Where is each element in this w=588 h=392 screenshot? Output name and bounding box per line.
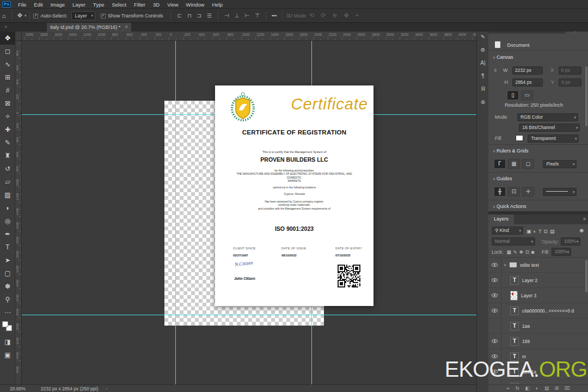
- height-input[interactable]: 2854 px: [512, 78, 543, 87]
- status-chevron-icon[interactable]: ›: [106, 386, 107, 391]
- menu-layer[interactable]: Layer: [69, 2, 89, 8]
- guides-section-header[interactable]: Guides: [493, 176, 588, 181]
- filter-adjustment-layers-icon[interactable]: ◐: [532, 229, 537, 234]
- menu-file[interactable]: File: [14, 2, 30, 8]
- lasso-tool[interactable]: ∿: [0, 58, 15, 71]
- delete-layer-icon[interactable]: ⌧: [565, 385, 570, 392]
- toggle-pixel-grid-icon[interactable]: ◻: [522, 159, 534, 169]
- color-mode-dropdown[interactable]: RGB Color: [517, 113, 578, 121]
- align-left-icon[interactable]: ⊏: [174, 13, 184, 19]
- menu-window[interactable]: Window: [182, 2, 209, 8]
- lock-all-icon[interactable]: ◙: [530, 249, 535, 255]
- crop-tool[interactable]: #: [0, 84, 15, 97]
- rulers-grids-section-header[interactable]: Rulers & Grids: [493, 148, 588, 154]
- menu-type[interactable]: Type: [89, 2, 108, 8]
- menu-view[interactable]: View: [163, 2, 182, 8]
- distribute-bottom-icon[interactable]: ⊥: [232, 13, 242, 19]
- link-dimensions-icon[interactable]: ∞: [493, 69, 498, 72]
- portrait-orientation-icon[interactable]: ▯: [507, 90, 519, 100]
- lock-artboard-icon[interactable]: ⊡: [524, 249, 530, 255]
- gradient-tool[interactable]: ▨: [0, 188, 15, 201]
- move-tool[interactable]: ✥: [0, 32, 15, 45]
- eraser-tool[interactable]: ▱: [0, 175, 15, 188]
- layer-row[interactable]: Tcita000000...<<<<<<<0 d: [488, 303, 588, 318]
- show-transform-controls-checkbox[interactable]: [101, 14, 106, 19]
- lock-guides-icon[interactable]: ⊡: [508, 187, 520, 197]
- adjustment-layer-icon[interactable]: ◐: [536, 385, 538, 392]
- edit-toolbar-icon[interactable]: ⋯: [0, 306, 15, 319]
- filter-toggle-icon[interactable]: ◉: [578, 228, 585, 233]
- new-guide-layout-icon[interactable]: ✛: [522, 187, 534, 197]
- distribute-left-icon[interactable]: ⊣: [222, 13, 232, 19]
- quick-mask-icon[interactable]: ◨: [0, 335, 15, 348]
- glyphs-panel-icon[interactable]: Я: [477, 83, 489, 96]
- menu-help[interactable]: Help: [208, 2, 226, 8]
- brush-settings-icon[interactable]: ✎: [477, 30, 489, 44]
- align-edges-icon[interactable]: ☰: [204, 13, 215, 19]
- ruler-vertical[interactable]: 8006004002000200400600800100012001400160…: [15, 41, 22, 384]
- screen-mode-icon[interactable]: ▣: [0, 348, 15, 362]
- filter-smart-objects-icon[interactable]: ▤: [549, 229, 556, 234]
- visibility-toggle[interactable]: [488, 258, 501, 273]
- ruler-horizontal[interactable]: 2000180016001400120010008006004002000200…: [22, 32, 476, 41]
- frame-tool[interactable]: ⊠: [0, 97, 15, 110]
- marquee-tool[interactable]: ◻: [0, 45, 15, 58]
- pen-tool[interactable]: ✒: [0, 228, 15, 241]
- history-brush-tool[interactable]: ↺: [0, 162, 15, 175]
- quick-actions-section-header[interactable]: Quick Actions: [493, 204, 588, 209]
- group-expander-icon[interactable]: ∨: [504, 263, 506, 267]
- healing-brush-tool[interactable]: ✚: [0, 123, 15, 136]
- chevron-down-icon[interactable]: ▾: [24, 14, 27, 18]
- lock-transparency-icon[interactable]: ▦: [506, 249, 512, 255]
- object-selection-tool[interactable]: ⊞: [0, 71, 15, 84]
- bit-depth-dropdown[interactable]: 16 Bits/Channel: [519, 124, 580, 132]
- layers-tab[interactable]: Layers: [488, 215, 514, 224]
- more-options-icon[interactable]: •••: [270, 13, 279, 19]
- units-dropdown[interactable]: Pixels: [543, 160, 577, 168]
- visibility-toggle[interactable]: [488, 288, 501, 303]
- foreground-color-swatch[interactable]: [2, 321, 8, 327]
- new-layer-icon[interactable]: ⊞: [555, 385, 559, 392]
- layers-scrollbar[interactable]: [585, 260, 587, 292]
- certificate-document[interactable]: Certificate CERTIFICATE OF REGISTRATION …: [215, 85, 373, 306]
- layers-fill-input[interactable]: 100%: [552, 248, 571, 256]
- clone-stamp-tool[interactable]: ♜: [0, 149, 15, 162]
- properties-scrollbar[interactable]: [585, 66, 587, 126]
- zoom-tool[interactable]: ⚲: [0, 293, 15, 306]
- blur-tool[interactable]: ◗: [0, 201, 15, 215]
- layer-group-icon[interactable]: ▤: [544, 385, 549, 392]
- layer-row[interactable]: TLayer 2: [488, 273, 588, 288]
- opacity-input[interactable]: 100%: [561, 237, 580, 246]
- guide-style-dropdown[interactable]: [543, 188, 577, 196]
- foreground-background-swatches[interactable]: [0, 319, 15, 335]
- auto-select-checkbox[interactable]: [33, 14, 38, 19]
- menu-filter[interactable]: Filter: [130, 2, 149, 8]
- landscape-orientation-icon[interactable]: ▭: [521, 90, 533, 100]
- camera-3d-icon[interactable]: ⌖: [352, 12, 362, 19]
- blend-mode-dropdown[interactable]: Normal: [492, 237, 535, 246]
- layer-row[interactable]: ∨edite text: [488, 258, 588, 273]
- toggle-guides-icon[interactable]: ╫: [494, 187, 506, 197]
- filter-pixel-layers-icon[interactable]: ▣: [525, 229, 532, 234]
- layer-mask-icon[interactable]: ◧: [525, 385, 530, 392]
- zoom-level[interactable]: 20.66%: [10, 386, 26, 391]
- canvas-area[interactable]: Certificate CERTIFICATE OF REGISTRATION …: [22, 41, 476, 384]
- document-tab[interactable]: Italy id.psd @ 20.7% (RGB/16) * ×: [47, 23, 131, 32]
- menu-3d[interactable]: 3D: [149, 2, 163, 8]
- close-icon[interactable]: ×: [125, 23, 128, 32]
- type-tool[interactable]: T: [0, 241, 15, 254]
- fill-dropdown[interactable]: Transparent: [528, 134, 579, 143]
- roll-3d-icon[interactable]: ⟳: [317, 12, 329, 19]
- guide-vertical-1[interactable]: [175, 41, 176, 384]
- libraries-panel-icon[interactable]: ⊛: [477, 96, 489, 109]
- layer-row[interactable]: Layer 3: [488, 288, 588, 303]
- toggle-grid-icon[interactable]: ▦: [508, 159, 520, 169]
- brush-tool[interactable]: ✎: [0, 136, 15, 149]
- orbit-3d-icon[interactable]: ⟲: [306, 12, 317, 19]
- home-icon[interactable]: ⌂: [0, 13, 8, 19]
- slide-3d-icon[interactable]: ✥: [341, 12, 352, 19]
- visibility-toggle[interactable]: [488, 273, 501, 288]
- canvas-section-header[interactable]: Canvas: [493, 54, 588, 60]
- eyedropper-tool[interactable]: ✧: [0, 110, 15, 123]
- menu-select[interactable]: Select: [108, 2, 130, 8]
